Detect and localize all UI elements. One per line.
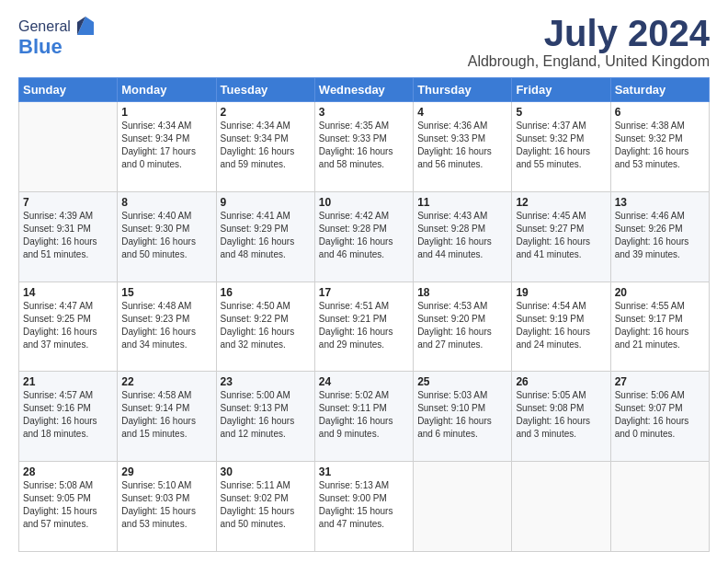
day-number: 11 bbox=[417, 196, 507, 209]
table-row: 27Sunrise: 5:06 AMSunset: 9:07 PMDayligh… bbox=[610, 372, 709, 462]
day-number: 17 bbox=[319, 286, 409, 299]
day-number: 24 bbox=[319, 375, 409, 388]
day-info: Sunrise: 4:57 AMSunset: 9:16 PMDaylight:… bbox=[23, 389, 113, 441]
day-info: Sunrise: 5:06 AMSunset: 9:07 PMDaylight:… bbox=[615, 389, 705, 441]
day-number: 1 bbox=[121, 106, 211, 119]
day-info: Sunrise: 5:10 AMSunset: 9:03 PMDaylight:… bbox=[121, 479, 211, 531]
table-row: 7Sunrise: 4:39 AMSunset: 9:31 PMDaylight… bbox=[19, 191, 118, 282]
table-row: 10Sunrise: 4:42 AMSunset: 9:28 PMDayligh… bbox=[314, 191, 413, 282]
day-info: Sunrise: 4:46 AMSunset: 9:26 PMDaylight:… bbox=[615, 210, 705, 261]
day-info: Sunrise: 5:13 AMSunset: 9:00 PMDaylight:… bbox=[319, 479, 409, 531]
day-number: 19 bbox=[516, 286, 606, 299]
day-number: 4 bbox=[417, 106, 507, 119]
calendar-week-row: 1Sunrise: 4:34 AMSunset: 9:34 PMDaylight… bbox=[19, 102, 710, 192]
day-info: Sunrise: 4:37 AMSunset: 9:32 PMDaylight:… bbox=[516, 120, 606, 171]
table-row: 3Sunrise: 4:35 AMSunset: 9:33 PMDaylight… bbox=[314, 102, 413, 192]
table-row bbox=[610, 462, 709, 552]
day-info: Sunrise: 4:51 AMSunset: 9:21 PMDaylight:… bbox=[319, 300, 409, 351]
table-row: 19Sunrise: 4:54 AMSunset: 9:19 PMDayligh… bbox=[512, 282, 610, 372]
day-number: 22 bbox=[121, 375, 211, 388]
page: General Blue July 2024 Aldbrough, Englan… bbox=[0, 0, 728, 563]
col-thursday: Thursday bbox=[414, 78, 512, 102]
table-row: 4Sunrise: 4:36 AMSunset: 9:33 PMDaylight… bbox=[414, 102, 512, 192]
table-row: 17Sunrise: 4:51 AMSunset: 9:21 PMDayligh… bbox=[314, 282, 413, 372]
day-number: 2 bbox=[221, 106, 311, 119]
col-sunday: Sunday bbox=[19, 78, 118, 102]
day-info: Sunrise: 5:05 AMSunset: 9:08 PMDaylight:… bbox=[516, 389, 606, 441]
table-row bbox=[414, 462, 512, 552]
table-row: 11Sunrise: 4:43 AMSunset: 9:28 PMDayligh… bbox=[414, 191, 512, 282]
table-row: 26Sunrise: 5:05 AMSunset: 9:08 PMDayligh… bbox=[512, 372, 610, 462]
table-row: 21Sunrise: 4:57 AMSunset: 9:16 PMDayligh… bbox=[19, 372, 118, 462]
calendar-table: Sunday Monday Tuesday Wednesday Thursday… bbox=[18, 77, 710, 552]
table-row: 20Sunrise: 4:55 AMSunset: 9:17 PMDayligh… bbox=[610, 282, 709, 372]
logo-general-text: General bbox=[18, 18, 71, 35]
month-title: July 2024 bbox=[468, 15, 710, 52]
day-number: 7 bbox=[23, 196, 113, 209]
day-number: 21 bbox=[23, 375, 113, 388]
day-info: Sunrise: 4:40 AMSunset: 9:30 PMDaylight:… bbox=[121, 210, 211, 261]
day-number: 29 bbox=[121, 465, 211, 478]
header: General Blue July 2024 Aldbrough, Englan… bbox=[18, 15, 710, 70]
day-number: 6 bbox=[615, 106, 705, 119]
day-number: 23 bbox=[221, 375, 311, 388]
day-info: Sunrise: 5:02 AMSunset: 9:11 PMDaylight:… bbox=[319, 389, 409, 441]
day-number: 3 bbox=[319, 106, 409, 119]
logo-icon bbox=[74, 15, 97, 39]
table-row: 8Sunrise: 4:40 AMSunset: 9:30 PMDaylight… bbox=[118, 191, 216, 282]
day-number: 5 bbox=[516, 106, 606, 119]
table-row bbox=[19, 102, 118, 192]
day-number: 16 bbox=[221, 286, 311, 299]
day-info: Sunrise: 4:43 AMSunset: 9:28 PMDaylight:… bbox=[417, 210, 507, 261]
table-row: 16Sunrise: 4:50 AMSunset: 9:22 PMDayligh… bbox=[216, 282, 314, 372]
day-info: Sunrise: 4:50 AMSunset: 9:22 PMDaylight:… bbox=[221, 300, 311, 351]
day-number: 31 bbox=[319, 465, 409, 478]
col-monday: Monday bbox=[118, 78, 216, 102]
day-number: 9 bbox=[221, 196, 311, 209]
table-row: 5Sunrise: 4:37 AMSunset: 9:32 PMDaylight… bbox=[512, 102, 610, 192]
table-row: 18Sunrise: 4:53 AMSunset: 9:20 PMDayligh… bbox=[414, 282, 512, 372]
day-number: 13 bbox=[615, 196, 705, 209]
day-info: Sunrise: 4:45 AMSunset: 9:27 PMDaylight:… bbox=[516, 210, 606, 261]
day-number: 14 bbox=[23, 286, 113, 299]
title-block: July 2024 Aldbrough, England, United Kin… bbox=[468, 15, 710, 70]
col-saturday: Saturday bbox=[610, 78, 709, 102]
table-row: 9Sunrise: 4:41 AMSunset: 9:29 PMDaylight… bbox=[216, 191, 314, 282]
table-row: 14Sunrise: 4:47 AMSunset: 9:25 PMDayligh… bbox=[19, 282, 118, 372]
table-row: 1Sunrise: 4:34 AMSunset: 9:34 PMDaylight… bbox=[118, 102, 216, 192]
table-row: 30Sunrise: 5:11 AMSunset: 9:02 PMDayligh… bbox=[216, 462, 314, 552]
day-info: Sunrise: 4:38 AMSunset: 9:32 PMDaylight:… bbox=[615, 120, 705, 171]
day-info: Sunrise: 4:48 AMSunset: 9:23 PMDaylight:… bbox=[121, 300, 211, 351]
day-info: Sunrise: 4:53 AMSunset: 9:20 PMDaylight:… bbox=[417, 300, 507, 351]
day-number: 12 bbox=[516, 196, 606, 209]
day-info: Sunrise: 4:36 AMSunset: 9:33 PMDaylight:… bbox=[417, 120, 507, 171]
table-row: 25Sunrise: 5:03 AMSunset: 9:10 PMDayligh… bbox=[414, 372, 512, 462]
day-info: Sunrise: 5:08 AMSunset: 9:05 PMDaylight:… bbox=[23, 479, 113, 531]
col-friday: Friday bbox=[512, 78, 610, 102]
day-number: 26 bbox=[516, 375, 606, 388]
calendar-week-row: 21Sunrise: 4:57 AMSunset: 9:16 PMDayligh… bbox=[19, 372, 710, 462]
day-number: 20 bbox=[615, 286, 705, 299]
table-row: 29Sunrise: 5:10 AMSunset: 9:03 PMDayligh… bbox=[118, 462, 216, 552]
day-number: 8 bbox=[121, 196, 211, 209]
table-row: 23Sunrise: 5:00 AMSunset: 9:13 PMDayligh… bbox=[216, 372, 314, 462]
logo: General Blue bbox=[18, 15, 97, 59]
day-number: 30 bbox=[221, 465, 311, 478]
day-info: Sunrise: 4:34 AMSunset: 9:34 PMDaylight:… bbox=[121, 120, 211, 171]
table-row: 13Sunrise: 4:46 AMSunset: 9:26 PMDayligh… bbox=[610, 191, 709, 282]
day-info: Sunrise: 5:00 AMSunset: 9:13 PMDaylight:… bbox=[221, 389, 311, 441]
table-row: 22Sunrise: 4:58 AMSunset: 9:14 PMDayligh… bbox=[118, 372, 216, 462]
day-info: Sunrise: 4:35 AMSunset: 9:33 PMDaylight:… bbox=[319, 120, 409, 171]
col-tuesday: Tuesday bbox=[216, 78, 314, 102]
day-number: 28 bbox=[23, 465, 113, 478]
day-info: Sunrise: 4:58 AMSunset: 9:14 PMDaylight:… bbox=[121, 389, 211, 441]
calendar-week-row: 14Sunrise: 4:47 AMSunset: 9:25 PMDayligh… bbox=[19, 282, 710, 372]
day-number: 27 bbox=[615, 375, 705, 388]
day-info: Sunrise: 4:39 AMSunset: 9:31 PMDaylight:… bbox=[23, 210, 113, 261]
day-info: Sunrise: 4:47 AMSunset: 9:25 PMDaylight:… bbox=[23, 300, 113, 351]
table-row bbox=[512, 462, 610, 552]
table-row: 6Sunrise: 4:38 AMSunset: 9:32 PMDaylight… bbox=[610, 102, 709, 192]
day-number: 18 bbox=[417, 286, 507, 299]
calendar-header-row: Sunday Monday Tuesday Wednesday Thursday… bbox=[19, 78, 710, 102]
location: Aldbrough, England, United Kingdom bbox=[468, 53, 710, 70]
